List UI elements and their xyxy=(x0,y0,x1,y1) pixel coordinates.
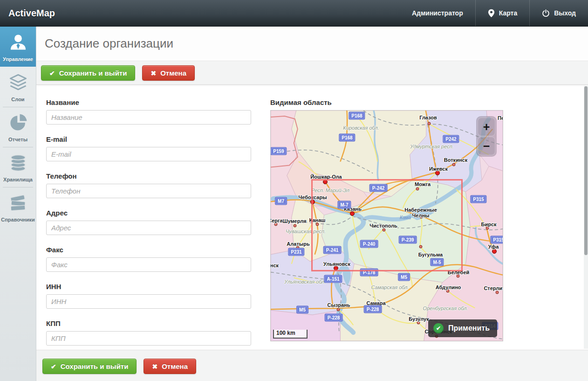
road-label: Р-228 xyxy=(325,314,342,321)
city-label: Алатырь xyxy=(287,242,309,247)
form-field-fax: Факс xyxy=(46,246,251,272)
form-field-name: Название xyxy=(46,98,251,125)
x-icon: ✖ xyxy=(150,69,156,77)
field-label: E-mail xyxy=(46,135,251,143)
database-icon xyxy=(8,153,28,173)
road-label: М5 xyxy=(297,306,308,313)
map-canvas[interactable]: ГлазовПеВоткинскИжевскЙошкар-ОлаМожгаЧеб… xyxy=(270,110,503,341)
city-label: Бузулук xyxy=(409,317,429,322)
sidebar: Управление Слои Отчеты Хранилища Справоч… xyxy=(0,27,36,381)
toolbar-top: ✔ Сохранить и выйти ✖ Отмена xyxy=(36,61,588,85)
city-label: Шумерля xyxy=(282,219,306,224)
field-label: КПП xyxy=(46,319,251,327)
form-field-phone: Телефон xyxy=(46,172,251,198)
inn-input[interactable] xyxy=(46,294,251,309)
kpp-input[interactable] xyxy=(46,331,251,346)
cancel-button[interactable]: ✖ Отмена xyxy=(144,359,196,374)
field-label: ИНН xyxy=(46,283,251,291)
fax-input[interactable] xyxy=(46,257,251,272)
map-link[interactable]: Карта xyxy=(476,0,530,26)
sidebar-item-reports[interactable]: Отчеты xyxy=(0,107,36,147)
map-scale-bar: 100 km xyxy=(273,330,308,339)
address-input[interactable] xyxy=(46,221,251,235)
name-input[interactable] xyxy=(46,110,251,125)
sidebar-item-layers[interactable]: Слои xyxy=(0,67,36,107)
check-icon: ✔ xyxy=(51,363,56,370)
cancel-button[interactable]: ✖ Отмена xyxy=(142,65,195,81)
logout-link[interactable]: Выход xyxy=(530,0,588,26)
region-label: Самарская обл. xyxy=(371,284,409,290)
city-label: нск xyxy=(270,263,279,269)
form-field-kpp: КПП xyxy=(46,319,251,346)
phone-input[interactable] xyxy=(46,184,251,198)
region-label: Кировская обл. xyxy=(343,125,379,131)
field-label: Факс xyxy=(46,246,251,254)
x-icon: ✖ xyxy=(152,363,157,370)
road-label: А-151 xyxy=(324,276,342,283)
city-label: Уфа xyxy=(488,244,499,250)
visible-area-section: Видимая область xyxy=(270,98,503,341)
field-label: Адрес xyxy=(46,209,251,217)
user-menu-label: Администратор xyxy=(412,9,463,17)
check-icon: ✔ xyxy=(49,69,55,77)
road-label: Р231 xyxy=(288,249,304,256)
save-and-exit-button[interactable]: ✔ Сохранить и выйти xyxy=(42,359,137,374)
cancel-button-label: Отмена xyxy=(160,69,186,77)
save-and-exit-button[interactable]: ✔ Сохранить и выйти xyxy=(41,65,135,81)
sidebar-item-label: Хранилища xyxy=(1,177,35,182)
city-label: Глазов xyxy=(419,115,437,121)
map-link-label: Карта xyxy=(499,9,518,17)
page-title: Создание организации xyxy=(45,36,173,51)
power-icon xyxy=(542,9,550,17)
city-dot xyxy=(337,308,340,312)
apply-button[interactable]: ✔ Применить xyxy=(428,319,497,337)
sidebar-item-label: Справочники xyxy=(1,217,35,222)
form-field-inn: ИНН xyxy=(46,283,251,309)
road-label: М5 xyxy=(398,274,410,281)
page-header: Создание организации xyxy=(36,27,588,61)
map-section-label: Видимая область xyxy=(270,98,503,106)
user-icon xyxy=(8,33,28,52)
content-panel: Название E-mail Телефон Адрес Факс ИНН xyxy=(36,85,588,350)
road-label: Р315 xyxy=(491,236,503,243)
city-label: Стерлита xyxy=(484,286,503,291)
organization-form: Название E-mail Телефон Адрес Факс ИНН xyxy=(46,98,251,356)
city-label: Сызрань xyxy=(327,303,350,308)
sidebar-item-references[interactable]: Справочники xyxy=(0,187,36,227)
cancel-button-label: Отмена xyxy=(162,362,188,370)
vertical-scrollbar[interactable] xyxy=(584,86,588,349)
region-label: Удмуртская респ. xyxy=(410,144,454,149)
top-navbar: ActiveMap Администратор Карта Выход xyxy=(0,0,588,27)
city-dot xyxy=(294,224,297,228)
form-field-address: Адрес xyxy=(46,209,251,235)
road-label: Р315 xyxy=(471,196,486,203)
road-label: Р159 xyxy=(271,148,286,155)
email-input[interactable] xyxy=(46,147,251,161)
field-label: Телефон xyxy=(46,172,251,180)
city-label: Воткинск xyxy=(444,158,467,163)
region-label: Ульяновская обл. xyxy=(284,279,326,284)
region-label: Оренбургская обл. xyxy=(423,305,468,311)
city-label: Пе xyxy=(498,116,503,121)
zoom-in-button[interactable]: + xyxy=(478,118,495,136)
app-logo: ActiveMap xyxy=(0,8,55,19)
user-menu[interactable]: Администратор xyxy=(400,0,475,26)
sidebar-item-storage[interactable]: Хранилища xyxy=(0,147,36,187)
scrollbar-thumb[interactable] xyxy=(584,86,588,255)
form-field-email: E-mail xyxy=(46,135,251,161)
navbar-menu: Администратор Карта Выход xyxy=(400,0,588,26)
zoom-out-button[interactable]: − xyxy=(478,137,495,155)
map-selection-rectangle[interactable] xyxy=(311,179,463,271)
sidebar-item-label: Отчеты xyxy=(1,137,35,142)
save-button-label: Сохранить и выйти xyxy=(61,362,129,370)
save-button-label: Сохранить и выйти xyxy=(59,69,127,77)
city-label: Ижевск xyxy=(429,166,448,172)
road-label: Р-228 xyxy=(364,306,382,313)
map-zoom-control: + − xyxy=(476,116,497,157)
road-label: Р168 xyxy=(349,112,364,119)
sidebar-item-label: Управление xyxy=(1,56,35,62)
layers-icon xyxy=(8,73,28,92)
apply-button-label: Применить xyxy=(448,324,490,333)
city-label: Абдулино xyxy=(436,285,461,291)
sidebar-item-management[interactable]: Управление xyxy=(0,27,36,67)
